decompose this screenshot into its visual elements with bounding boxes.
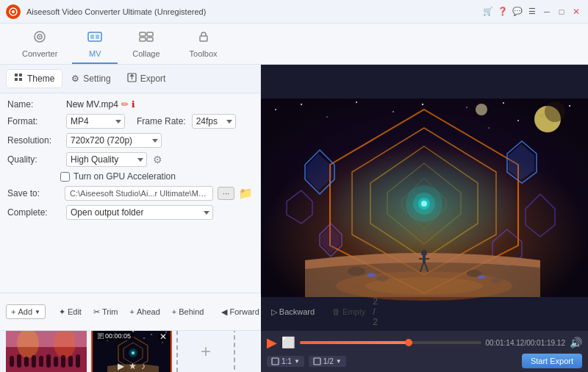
clip-1[interactable] bbox=[6, 331, 87, 372]
quality-label: Quality: bbox=[7, 154, 60, 165]
add-button[interactable]: + Add ▼ bbox=[6, 304, 46, 319]
clip1-thumbnail bbox=[6, 331, 87, 372]
svg-rect-10 bbox=[140, 37, 146, 41]
complete-select[interactable]: Open output folder bbox=[66, 205, 213, 220]
tab-toolbox-label: Toolbox bbox=[190, 49, 218, 58]
svg-rect-8 bbox=[140, 32, 146, 36]
volume-icon[interactable]: 🔊 bbox=[570, 337, 582, 348]
time-display: 00:01:14.12/00:01:19.12 bbox=[486, 339, 565, 347]
aspect-ratio-2-button[interactable]: 1/2 ▼ bbox=[309, 356, 346, 367]
title-bar-text: Aiseesoft Video Converter Ultimate (Unre… bbox=[26, 7, 482, 16]
playback-controls: ▶ ⬜ 00:01:14.12/00:01:19.12 🔊 1:1 ▼ 1/2 bbox=[261, 331, 588, 372]
resolution-row: Resolution: 720x720 (720p) bbox=[7, 133, 253, 148]
svg-point-93 bbox=[151, 334, 152, 335]
svg-point-96 bbox=[143, 337, 145, 339]
svg-rect-83 bbox=[39, 356, 43, 367]
aspect-ratio-1-button[interactable]: 1:1 ▼ bbox=[267, 356, 304, 367]
clip-1-content bbox=[6, 331, 87, 372]
svg-rect-73 bbox=[272, 358, 279, 365]
maximize-button[interactable]: □ bbox=[556, 6, 567, 18]
name-info-icon[interactable]: ℹ bbox=[132, 99, 135, 110]
gpu-row: Turn on GPU Acceleration bbox=[7, 171, 253, 182]
ahead-label: Ahead bbox=[137, 307, 160, 316]
framerate-select[interactable]: 24fps bbox=[192, 114, 236, 129]
svg-rect-7 bbox=[96, 35, 99, 39]
quality-select[interactable]: High Quality bbox=[66, 152, 147, 167]
svg-point-65 bbox=[348, 267, 365, 276]
quality-gear-icon[interactable]: ⚙ bbox=[153, 154, 162, 165]
add-clip-button[interactable]: + bbox=[176, 331, 235, 372]
timeline-clips: 00:00:05 ✕ ▶ ★ ♪ + bbox=[0, 331, 261, 372]
right-panel: ▶ ⬜ 00:01:14.12/00:01:19.12 🔊 1:1 ▼ 1/2 bbox=[261, 65, 588, 372]
menu-icon[interactable]: ☰ bbox=[526, 6, 538, 18]
clip-heart-icon[interactable]: ♪ bbox=[141, 361, 146, 371]
browse-dots-button[interactable]: ··· bbox=[218, 187, 234, 200]
tab-collage[interactable]: Collage bbox=[118, 26, 174, 64]
clip-play-icon[interactable]: ▶ bbox=[118, 361, 124, 371]
svg-rect-82 bbox=[32, 355, 36, 368]
folder-icon[interactable]: 📁 bbox=[239, 187, 253, 200]
gpu-checkbox[interactable] bbox=[60, 172, 70, 182]
mv-icon bbox=[87, 30, 103, 47]
clip-2[interactable]: 00:00:05 ✕ ▶ ★ ♪ bbox=[91, 331, 172, 372]
timeline-wrapper: + Add ▼ ✦ Edit ✂ Trim + Ahead + Behind bbox=[0, 293, 261, 372]
save-row: Save to: C:\Aiseesoft Studio\Ai...r Ulti… bbox=[7, 186, 253, 201]
cart-icon[interactable]: 🛒 bbox=[482, 6, 494, 18]
ahead-button[interactable]: + Ahead bbox=[126, 305, 165, 318]
add-icon: + bbox=[11, 307, 15, 316]
resolution-select[interactable]: 720x720 (720p) bbox=[66, 133, 162, 148]
save-path: C:\Aiseesoft Studio\Ai...r Ultimate\MV E… bbox=[65, 186, 213, 201]
clip-2-controls: ▶ ★ ♪ bbox=[118, 361, 146, 371]
help-icon[interactable]: ❓ bbox=[497, 6, 509, 18]
collage-icon bbox=[138, 30, 154, 47]
empty-button[interactable]: 🗑 Empty bbox=[328, 305, 370, 318]
tab-toolbox[interactable]: Toolbox bbox=[175, 26, 232, 64]
preview-area bbox=[261, 65, 588, 331]
sub-tab-theme[interactable]: Theme bbox=[6, 69, 62, 88]
title-bar: Aiseesoft Video Converter Ultimate (Unre… bbox=[0, 0, 588, 24]
start-export-playback-button[interactable]: Start Export bbox=[522, 354, 582, 368]
screen-icon bbox=[271, 357, 279, 365]
clip-2-close[interactable]: ✕ bbox=[158, 332, 168, 342]
forward-button[interactable]: ◀ Forward bbox=[217, 305, 263, 319]
aspect2-chevron: ▼ bbox=[336, 358, 342, 365]
add-label: Add bbox=[18, 307, 32, 316]
minimize-button[interactable]: ─ bbox=[541, 6, 553, 18]
format-select[interactable]: MP4 bbox=[66, 114, 125, 129]
svg-point-97 bbox=[162, 342, 162, 343]
stop-button[interactable]: ⬜ bbox=[282, 336, 295, 349]
backward-button[interactable]: ▷ Backward bbox=[267, 305, 319, 319]
chat-icon[interactable]: 💬 bbox=[512, 6, 523, 18]
sub-tab-export[interactable]: Export bbox=[120, 69, 173, 88]
ahead-icon: + bbox=[130, 307, 135, 316]
clip-star-icon[interactable]: ★ bbox=[129, 361, 137, 371]
name-text: New MV.mp4 bbox=[66, 99, 118, 110]
forward-label: Forward bbox=[229, 307, 259, 316]
progress-bar[interactable] bbox=[300, 341, 481, 344]
progress-thumb bbox=[405, 339, 412, 346]
sub-tab-setting[interactable]: ⚙ Setting bbox=[64, 69, 118, 88]
svg-point-1 bbox=[12, 10, 15, 13]
tab-mv[interactable]: MV bbox=[72, 26, 118, 64]
name-edit-icon[interactable]: ✏ bbox=[121, 99, 129, 110]
gpu-label[interactable]: Turn on GPU Acceleration bbox=[74, 171, 176, 182]
format-framerate-row: Format: MP4 Frame Rate: 24fps bbox=[7, 114, 253, 129]
backward-icon: ▷ bbox=[271, 307, 277, 317]
quality-row: Quality: High Quality ⚙ bbox=[7, 152, 253, 167]
svg-rect-14 bbox=[19, 74, 22, 76]
tab-converter[interactable]: Converter bbox=[7, 26, 72, 64]
duration-icon bbox=[98, 333, 104, 339]
edit-button[interactable]: ✦ Edit bbox=[54, 305, 86, 319]
svg-rect-86 bbox=[61, 355, 65, 368]
trim-button[interactable]: ✂ Trim bbox=[89, 305, 123, 319]
svg-rect-85 bbox=[54, 357, 58, 367]
behind-button[interactable]: + Behind bbox=[168, 305, 209, 318]
close-button[interactable]: ✕ bbox=[570, 6, 582, 18]
svg-rect-5 bbox=[88, 32, 101, 41]
title-bar-controls: 🛒 ❓ 💬 ☰ ─ □ ✕ bbox=[482, 6, 582, 18]
svg-rect-87 bbox=[68, 356, 73, 367]
svg-rect-11 bbox=[147, 37, 153, 41]
play-button[interactable]: ▶ bbox=[267, 335, 277, 351]
svg-rect-16 bbox=[19, 78, 22, 81]
trash-icon: 🗑 bbox=[332, 307, 340, 316]
